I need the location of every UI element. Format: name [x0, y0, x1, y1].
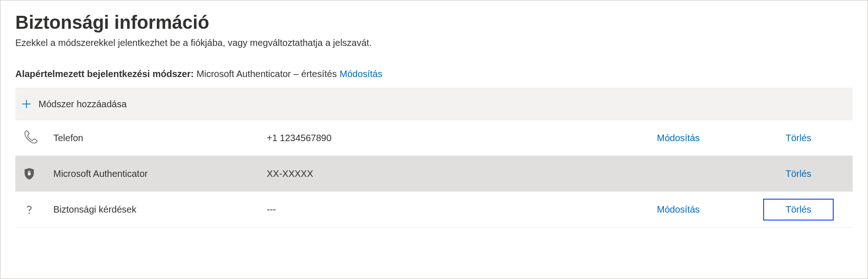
method-name: Biztonsági kérdések — [53, 204, 267, 215]
method-delete-cell: Törlés — [750, 199, 847, 221]
method-icon-cell — [21, 130, 53, 146]
method-delete-link[interactable]: Törlés — [764, 128, 833, 148]
method-row: Telefon+1 1234567890MódosításTörlés — [15, 120, 853, 156]
add-method-label: Módszer hozzáadása — [39, 99, 127, 110]
default-method-line: Alapértelmezett bejelentkezési módszer: … — [15, 69, 853, 79]
phone-icon — [23, 130, 39, 146]
question-icon — [23, 203, 36, 216]
default-method-change-link[interactable]: Módosítás — [340, 69, 382, 79]
method-change-link[interactable]: Módosítás — [657, 204, 750, 215]
method-change-link[interactable]: Módosítás — [657, 133, 750, 143]
method-icon-cell — [21, 167, 53, 180]
page-title: Biztonsági információ — [15, 11, 853, 34]
page-subtitle: Ezekkel a módszerekkel jelentkezhet be a… — [15, 38, 853, 48]
method-row: Biztonsági kérdések---MódosításTörlés — [15, 192, 853, 227]
authenticator-icon — [23, 167, 36, 180]
method-value: +1 1234567890 — [267, 133, 657, 143]
method-delete-link[interactable]: Törlés — [763, 199, 834, 221]
method-name: Telefon — [53, 133, 267, 143]
method-delete-cell: Törlés — [750, 128, 847, 148]
default-method-value: Microsoft Authenticator – értesítés — [197, 69, 337, 79]
method-delete-link[interactable]: Törlés — [764, 164, 833, 184]
method-value: XX-XXXXX — [267, 169, 657, 179]
method-list: Telefon+1 1234567890MódosításTörlés Micr… — [15, 120, 853, 227]
method-row: Microsoft AuthenticatorXX-XXXXXTörlés — [15, 156, 853, 192]
method-icon-cell — [21, 203, 53, 216]
security-info-page: Biztonsági információ Ezekkel a módszere… — [0, 0, 868, 279]
method-value: --- — [267, 204, 657, 215]
plus-icon — [21, 98, 32, 110]
svg-point-3 — [29, 213, 30, 214]
default-method-label: Alapértelmezett bejelentkezési módszer: — [15, 69, 194, 79]
add-method-button[interactable]: Módszer hozzáadása — [15, 88, 853, 120]
method-delete-cell: Törlés — [750, 164, 847, 184]
method-name: Microsoft Authenticator — [53, 169, 267, 179]
svg-rect-2 — [28, 173, 31, 175]
